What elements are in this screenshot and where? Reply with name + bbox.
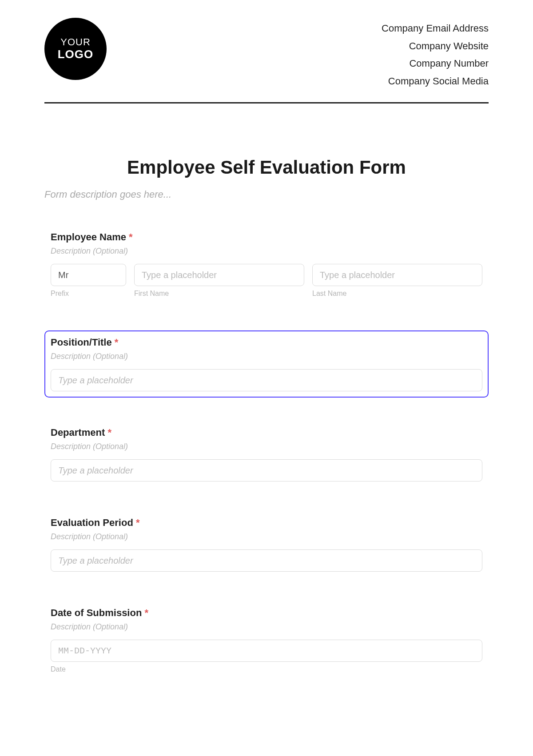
field-position-title[interactable]: Position/Title * Description (Optional) [44, 330, 489, 398]
first-name-sublabel: First Name [134, 290, 304, 298]
logo-placeholder: YOUR LOGO [44, 18, 107, 80]
form-title: Employee Self Evaluation Form [44, 157, 489, 178]
field-employee-name: Employee Name * Description (Optional) P… [44, 225, 489, 307]
field-label: Position/Title * [51, 337, 482, 348]
evaluation-period-input[interactable] [51, 549, 482, 572]
required-mark: * [144, 607, 148, 618]
label-text: Department [51, 427, 105, 438]
last-name-input[interactable] [312, 264, 482, 286]
department-input[interactable] [51, 459, 482, 481]
label-text: Evaluation Period [51, 517, 133, 528]
company-social: Company Social Media [382, 72, 489, 90]
field-evaluation-period: Evaluation Period * Description (Optiona… [44, 511, 489, 578]
form-page: YOUR LOGO Company Email Address Company … [0, 0, 533, 720]
field-label: Employee Name * [51, 231, 482, 243]
company-number: Company Number [382, 55, 489, 72]
logo-line1: YOUR [60, 36, 91, 48]
company-info: Company Email Address Company Website Co… [382, 18, 489, 90]
field-description[interactable]: Description (Optional) [51, 532, 482, 541]
field-description[interactable]: Description (Optional) [51, 442, 482, 451]
label-text: Employee Name [51, 231, 126, 243]
prefix-sublabel: Prefix [51, 290, 126, 298]
first-name-input[interactable] [134, 264, 304, 286]
field-description[interactable]: Description (Optional) [51, 352, 482, 361]
label-text: Date of Submission [51, 607, 142, 618]
last-name-sublabel: Last Name [312, 290, 482, 298]
field-label: Date of Submission * [51, 607, 482, 619]
company-email: Company Email Address [382, 20, 489, 37]
required-mark: * [136, 517, 140, 528]
required-mark: * [115, 337, 119, 348]
field-description[interactable]: Description (Optional) [51, 247, 482, 256]
logo-line2: LOGO [58, 48, 94, 61]
date-sublabel: Date [51, 665, 482, 673]
name-row: Prefix First Name Last Name [51, 264, 482, 298]
required-mark: * [129, 231, 133, 243]
required-mark: * [107, 427, 111, 438]
field-department: Department * Description (Optional) [44, 421, 489, 488]
prefix-input[interactable] [51, 264, 126, 286]
form-description[interactable]: Form description goes here... [44, 189, 489, 200]
position-input[interactable] [51, 369, 482, 391]
header: YOUR LOGO Company Email Address Company … [44, 18, 489, 103]
date-input[interactable] [51, 640, 482, 662]
field-date-of-submission: Date of Submission * Description (Option… [44, 601, 489, 680]
field-label: Department * [51, 427, 482, 438]
field-description[interactable]: Description (Optional) [51, 622, 482, 632]
company-website: Company Website [382, 37, 489, 55]
label-text: Position/Title [51, 337, 112, 348]
field-label: Evaluation Period * [51, 517, 482, 529]
